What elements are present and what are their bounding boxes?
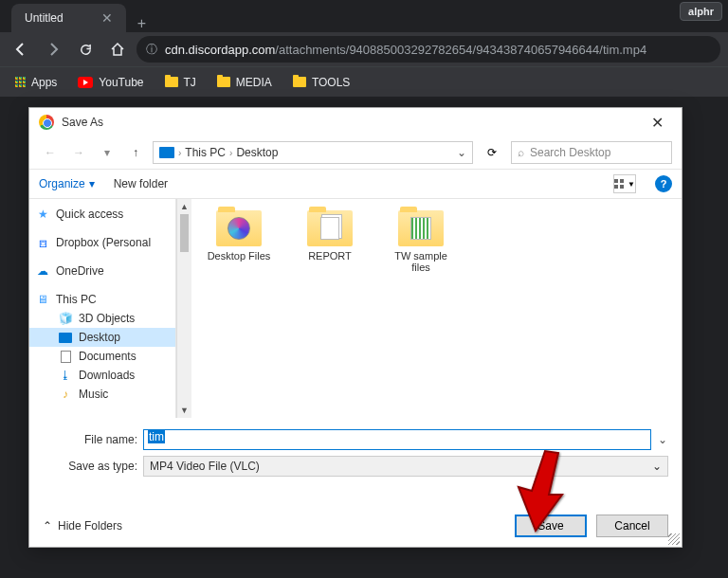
sidebar-item-dropbox[interactable]: ⧈Dropbox (Personal (29, 233, 175, 252)
bookmark-youtube[interactable]: YouTube (70, 72, 151, 93)
filename-dropdown-icon[interactable]: ⌄ (657, 433, 668, 446)
breadcrumb-item[interactable]: Desktop (236, 146, 278, 159)
sidebar-label: Documents (79, 350, 136, 363)
new-tab-button[interactable]: + (126, 15, 157, 32)
search-input[interactable]: ⌕ Search Desktop (511, 141, 672, 164)
info-icon[interactable]: ⓘ (146, 42, 157, 58)
sidebar-item-music[interactable]: ♪Music (29, 385, 175, 404)
sidebar-item-quick-access[interactable]: ★Quick access (29, 205, 175, 224)
dialog-toolbar: Organize ▾ New folder ▼ ? (29, 169, 682, 199)
resize-grip[interactable] (668, 533, 680, 545)
nav-sidebar: ★Quick access ⧈Dropbox (Personal ☁OneDri… (29, 199, 176, 418)
alphr-badge: alphr (680, 2, 722, 21)
browser-tab[interactable]: Untitled ✕ (11, 4, 126, 32)
document-icon (58, 350, 73, 363)
scroll-up-icon[interactable]: ▲ (177, 199, 191, 214)
nav-forward-button: → (67, 141, 90, 164)
dialog-nav: ← → ▾ ↑ › This PC › Desktop ⌄ ⟳ ⌕ Search… (29, 136, 682, 169)
tab-title: Untitled (25, 11, 64, 25)
apps-icon (15, 77, 26, 87)
tab-strip: Untitled ✕ + (0, 0, 728, 32)
folder-icon (165, 77, 178, 87)
browser-chrome: Untitled ✕ + ⓘ cdn.discordapp.com/attach… (0, 0, 728, 97)
filetype-select[interactable]: MP4 Video File (VLC) ⌄ (143, 456, 668, 477)
filetype-label: Save as type: (43, 460, 137, 473)
file-listing[interactable]: Desktop Files REPORT TW sample files (191, 199, 682, 418)
apps-label: Apps (31, 76, 57, 89)
sidebar-scrollbar[interactable]: ▲ ▼ (176, 199, 191, 418)
nav-up-button[interactable]: ↑ (124, 141, 147, 164)
svg-rect-3 (620, 185, 624, 189)
scroll-thumb[interactable] (180, 214, 189, 252)
sidebar-label: Quick access (56, 208, 123, 221)
sidebar-item-documents[interactable]: Documents (29, 347, 175, 366)
organize-button[interactable]: Organize ▾ (39, 177, 95, 190)
filename-value: tim (148, 430, 165, 443)
hide-folders-label: Hide Folders (58, 519, 122, 533)
folder-label: TW sample files (385, 250, 457, 273)
breadcrumb-bar[interactable]: › This PC › Desktop ⌄ (153, 141, 473, 164)
breadcrumb-dropdown-icon[interactable]: ⌄ (457, 146, 466, 159)
filename-input[interactable]: tim (143, 429, 651, 450)
dropdown-icon: ⌄ (652, 460, 662, 473)
save-as-dialog: Save As ✕ ← → ▾ ↑ › This PC › Desktop ⌄ … (28, 107, 682, 548)
view-options-button[interactable]: ▼ (613, 174, 636, 193)
organize-label: Organize (39, 177, 85, 190)
folder-tw-samples[interactable]: TW sample files (385, 210, 457, 273)
desktop-icon (58, 331, 73, 344)
sidebar-item-this-pc[interactable]: 🖥This PC (29, 290, 175, 309)
sidebar-label: Dropbox (Personal (56, 236, 151, 249)
location-icon (159, 147, 174, 158)
dialog-title: Save As (62, 116, 103, 129)
sidebar-label: Downloads (79, 369, 135, 382)
sidebar-item-3d-objects[interactable]: 🧊3D Objects (29, 309, 175, 328)
dialog-close-button[interactable]: ✕ (642, 114, 672, 132)
scroll-down-icon[interactable]: ▼ (177, 403, 191, 418)
forward-button[interactable] (40, 36, 66, 63)
folder-icon (216, 210, 262, 246)
browser-toolbar: ⓘ cdn.discordapp.com/attachments/9408850… (0, 32, 728, 66)
cancel-button[interactable]: Cancel (596, 515, 668, 537)
sidebar-item-desktop[interactable]: Desktop (29, 328, 175, 347)
refresh-button[interactable]: ⟳ (479, 146, 505, 159)
dropdown-icon: ▼ (628, 180, 635, 189)
folder-report[interactable]: REPORT (294, 210, 366, 262)
dropdown-icon: ▾ (89, 177, 95, 190)
help-button[interactable]: ? (655, 175, 672, 192)
recent-locations-button[interactable]: ▾ (96, 141, 118, 164)
home-button[interactable] (104, 36, 131, 63)
back-button[interactable] (8, 36, 34, 63)
chevron-right-icon: › (229, 148, 232, 158)
scroll-track[interactable] (177, 252, 191, 403)
breadcrumb-item[interactable]: This PC (185, 146, 226, 159)
chrome-icon (39, 115, 54, 130)
sidebar-item-onedrive[interactable]: ☁OneDrive (29, 262, 175, 280)
sidebar-item-downloads[interactable]: ⭳Downloads (29, 366, 175, 385)
close-tab-icon[interactable]: ✕ (101, 11, 113, 25)
youtube-icon (78, 77, 93, 88)
bookmark-label: MEDIA (236, 76, 272, 89)
bookmark-folder-tools[interactable]: TOOLS (285, 72, 357, 93)
dropbox-icon: ⧈ (35, 236, 50, 249)
filename-label: File name: (43, 433, 137, 446)
save-button[interactable]: Save (515, 515, 587, 537)
address-bar[interactable]: ⓘ cdn.discordapp.com/attachments/9408850… (136, 36, 720, 63)
bookmark-label: TOOLS (312, 76, 350, 89)
bookmark-folder-media[interactable]: MEDIA (209, 72, 280, 93)
bookmark-folder-tj[interactable]: TJ (157, 72, 204, 93)
dialog-bottom: File name: tim ⌄ Save as type: MP4 Video… (29, 418, 682, 547)
cube-icon: 🧊 (58, 312, 73, 325)
hide-folders-toggle[interactable]: ⌃ Hide Folders (43, 519, 122, 533)
sidebar-label: Desktop (79, 331, 120, 344)
new-folder-button[interactable]: New folder (114, 177, 168, 190)
bookmark-label: TJ (184, 76, 196, 89)
apps-shortcut[interactable]: Apps (8, 72, 64, 93)
svg-rect-0 (614, 179, 618, 183)
url-text: cdn.discordapp.com/attachments/940885003… (165, 43, 646, 57)
pc-icon: 🖥 (35, 293, 50, 306)
dialog-body: ★Quick access ⧈Dropbox (Personal ☁OneDri… (29, 199, 682, 418)
folder-desktop-files[interactable]: Desktop Files (203, 210, 275, 262)
sidebar-label: Music (79, 388, 108, 401)
nav-back-button[interactable]: ← (39, 141, 62, 164)
reload-button[interactable] (72, 36, 99, 63)
